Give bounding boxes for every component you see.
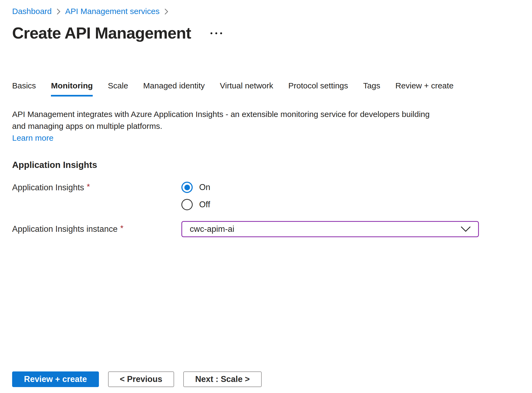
field-application-insights: Application Insights* On Off: [12, 182, 520, 210]
create-api-management-page: Dashboard API Management services Create…: [0, 0, 532, 393]
tab-monitoring[interactable]: Monitoring: [51, 80, 93, 96]
breadcrumb-chevron-icon: [56, 8, 61, 15]
breadcrumb-link-dashboard[interactable]: Dashboard: [12, 6, 52, 17]
breadcrumb-link-api-management-services[interactable]: API Management services: [65, 6, 160, 17]
tab-tags[interactable]: Tags: [363, 80, 380, 96]
radio-option-off-label: Off: [199, 200, 210, 209]
application-insights-instance-dropdown[interactable]: cwc-apim-ai: [181, 221, 479, 237]
tab-virtual-network[interactable]: Virtual network: [220, 80, 273, 96]
page-title: Create API Management: [12, 23, 191, 43]
application-insights-label-text: Application Insights: [12, 183, 84, 192]
tab-scale[interactable]: Scale: [108, 80, 128, 96]
dropdown-selected-value: cwc-apim-ai: [190, 224, 234, 234]
next-scale-button[interactable]: Next : Scale >: [183, 371, 261, 387]
review-create-button[interactable]: Review + create: [12, 371, 99, 387]
title-row: Create API Management: [12, 23, 520, 43]
section-heading-application-insights: Application Insights: [12, 159, 520, 171]
learn-more-link[interactable]: Learn more: [12, 132, 53, 144]
tab-protocol-settings[interactable]: Protocol settings: [288, 80, 348, 96]
radio-button-on-selected[interactable]: [181, 182, 193, 193]
previous-button[interactable]: < Previous: [108, 371, 174, 387]
tab-description-line-2: and managing apps on multiple platforms.: [12, 120, 520, 132]
application-insights-instance-label: Application Insights instance*: [12, 223, 181, 235]
more-options-ellipsis-icon[interactable]: [209, 30, 224, 37]
tab-description-line-1: API Management integrates with Azure App…: [12, 108, 520, 120]
required-asterisk: *: [120, 223, 123, 232]
required-asterisk: *: [87, 182, 90, 191]
tab-managed-identity[interactable]: Managed identity: [143, 80, 205, 96]
radio-option-off[interactable]: Off: [181, 199, 210, 210]
radio-option-on[interactable]: On: [181, 182, 210, 193]
application-insights-radio-group: On Off: [181, 182, 210, 210]
radio-button-off-unselected[interactable]: [181, 199, 193, 210]
tab-bar: Basics Monitoring Scale Managed identity…: [12, 80, 520, 96]
field-application-insights-instance: Application Insights instance* cwc-apim-…: [12, 221, 520, 237]
application-insights-instance-label-text: Application Insights instance: [12, 224, 118, 234]
tab-basics[interactable]: Basics: [12, 80, 36, 96]
breadcrumb: Dashboard API Management services: [12, 0, 520, 17]
breadcrumb-chevron-icon: [164, 8, 169, 15]
tab-description: API Management integrates with Azure App…: [12, 108, 520, 132]
application-insights-label: Application Insights*: [12, 182, 181, 194]
chevron-down-icon: [460, 226, 471, 232]
tab-review-create[interactable]: Review + create: [395, 80, 454, 96]
wizard-footer: Review + create < Previous Next : Scale …: [12, 371, 262, 387]
monitoring-tab-panel: API Management integrates with Azure App…: [12, 108, 520, 237]
radio-option-on-label: On: [199, 182, 210, 192]
radio-selected-dot: [184, 185, 190, 190]
